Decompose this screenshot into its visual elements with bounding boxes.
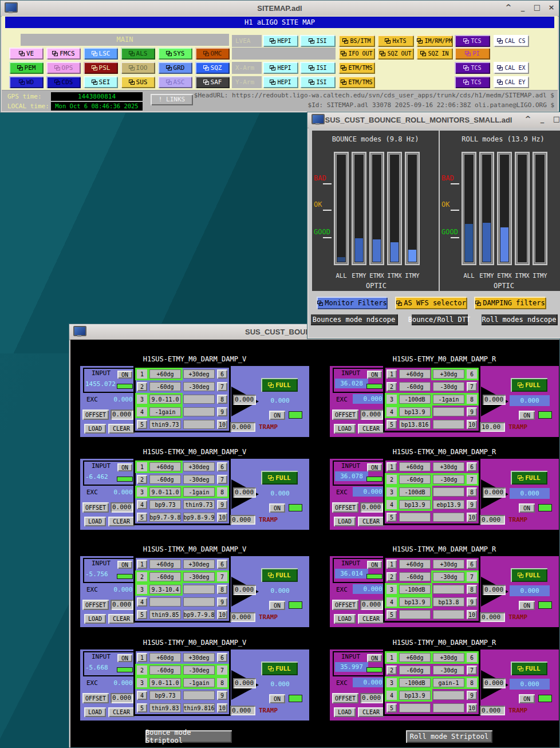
filter-cell[interactable]: -30dg	[433, 475, 464, 484]
filter-cell[interactable]: +30deg	[183, 369, 215, 379]
filter-cell[interactable]	[183, 597, 215, 607]
input-on-button[interactable]: ON	[367, 654, 382, 662]
load-button[interactable]: LOAD	[84, 424, 106, 434]
offset-field[interactable]: 0.000	[111, 600, 133, 610]
filter-cell[interactable]	[183, 585, 215, 594]
tramp-field[interactable]: 0.000	[230, 515, 255, 525]
links-button[interactable]: ! LINKS	[151, 94, 193, 105]
maximize-button[interactable]: □	[533, 3, 541, 11]
filter-cell[interactable]: +60dg	[399, 462, 431, 471]
filter-index-button[interactable]: 9	[467, 597, 477, 607]
filter-index-button[interactable]: 3	[387, 585, 397, 594]
sitemap-button-cal-cs[interactable]: CAL CS	[494, 35, 529, 47]
filter-index-button[interactable]: 10	[217, 513, 227, 522]
tramp-field[interactable]: 0.000	[230, 422, 255, 432]
filter-index-button[interactable]: 7	[467, 475, 477, 484]
full-button[interactable]: FULL	[261, 662, 298, 675]
shade-button[interactable]: ^	[524, 115, 532, 123]
input-on-button[interactable]: ON	[117, 654, 132, 662]
filter-index-button[interactable]: 1	[387, 462, 397, 471]
filter-cell[interactable]: -100dB	[399, 585, 431, 594]
filter-cell[interactable]	[433, 487, 464, 497]
tramp-field[interactable]: 0.000	[480, 706, 505, 715]
sitemap-button-tcs[interactable]: TCS	[455, 76, 490, 88]
sitemap-button-im-rm-pm[interactable]: IM/RM/PM	[416, 35, 453, 47]
filter-index-button[interactable]: 8	[217, 585, 227, 594]
filter-cell[interactable]: -30dg	[433, 382, 464, 391]
filter-cell[interactable]: -30deg	[183, 475, 215, 484]
filter-cell[interactable]	[433, 407, 464, 416]
filter-index-button[interactable]: 6	[217, 560, 227, 569]
filter-index-button[interactable]: 5	[137, 703, 147, 712]
filter-index-button[interactable]: 3	[387, 678, 397, 687]
sitemap-button-wd[interactable]: WD	[9, 76, 44, 88]
filter-cell[interactable]: -60dg	[149, 475, 181, 484]
sitemap-button-psl[interactable]: PSL	[84, 62, 118, 74]
offset-button[interactable]: OFFSET	[332, 600, 358, 610]
full-button[interactable]: FULL	[511, 471, 547, 485]
filter-cell[interactable]: +60dg	[399, 653, 431, 662]
clear-button[interactable]: CLEAR	[358, 424, 384, 434]
filter-index-button[interactable]: 9	[467, 500, 477, 509]
gain-field[interactable]: 0.000	[483, 585, 506, 595]
filter-cell[interactable]: +60dg	[399, 560, 431, 569]
sitemap-button-sus[interactable]: SUS	[121, 76, 155, 88]
shade-button[interactable]: ^	[504, 3, 512, 11]
filter-index-button[interactable]: 8	[217, 395, 227, 404]
output-on-button[interactable]: ON	[269, 694, 285, 703]
filter-cell[interactable]: thin9.73	[149, 420, 181, 429]
filter-index-button[interactable]: 1	[387, 369, 397, 379]
filter-index-button[interactable]: 1	[137, 462, 147, 471]
filter-index-button[interactable]: 9	[467, 407, 477, 416]
filter-index-button[interactable]: 5	[387, 703, 397, 712]
output-on-button[interactable]: ON	[269, 601, 285, 610]
filter-cell[interactable]: thin9.73	[183, 500, 215, 509]
filter-index-button[interactable]: 7	[217, 475, 227, 484]
load-button[interactable]: LOAD	[334, 707, 356, 717]
filter-index-button[interactable]: 1	[137, 653, 147, 662]
filter-cell[interactable]: -30deg	[183, 382, 215, 391]
offset-field[interactable]: 0.000	[111, 410, 133, 420]
sitemap-button-etm-tms[interactable]: ETM/TMS	[338, 62, 375, 74]
button-roll-modes-ndscope[interactable]: Roll modes ndscope	[480, 313, 558, 325]
clear-button[interactable]: CLEAR	[108, 517, 135, 526]
filter-index-button[interactable]: 6	[217, 462, 227, 471]
filter-index-button[interactable]: 5	[387, 513, 397, 522]
filter-cell[interactable]	[433, 420, 464, 429]
input-on-button[interactable]: ON	[367, 561, 382, 569]
filter-cell[interactable]: +30dg	[433, 560, 464, 569]
gain-field[interactable]: 0.000	[483, 487, 506, 498]
filter-index-button[interactable]: 9	[217, 691, 227, 700]
sitemap-button-fmcs[interactable]: FMCS	[46, 48, 81, 60]
filter-index-button[interactable]: 8	[467, 678, 477, 687]
filter-index-button[interactable]: 6	[467, 462, 477, 471]
tramp-field[interactable]: 0.000	[480, 612, 505, 622]
full-button[interactable]: FULL	[261, 378, 298, 392]
sitemap-button-hepi[interactable]: HEPI	[263, 35, 298, 47]
filter-index-button[interactable]: 8	[467, 395, 477, 404]
filter-index-button[interactable]: 4	[387, 407, 397, 416]
filter-index-button[interactable]: 10	[467, 513, 477, 522]
filter-index-button[interactable]: 7	[467, 572, 477, 581]
filter-index-button[interactable]: 5	[137, 420, 147, 429]
clear-button[interactable]: CLEAR	[358, 614, 384, 624]
filter-cell[interactable]: bp13.9	[399, 691, 431, 700]
filter-cell[interactable]: +60dg	[149, 653, 181, 662]
filter-index-button[interactable]: 1	[137, 369, 147, 379]
filter-cell[interactable]: +60dg	[149, 369, 181, 379]
sitemap-button-als[interactable]: ALS	[121, 48, 155, 60]
filter-cell[interactable]: bp13.9	[399, 500, 431, 509]
button-roll-mode-striptool[interactable]: Roll mode Striptool	[406, 730, 492, 743]
filter-cell[interactable]: +30dg	[433, 462, 464, 471]
filter-index-button[interactable]: 8	[467, 585, 477, 594]
output-on-button[interactable]: ON	[519, 503, 535, 513]
filter-cell[interactable]: bp13.9	[399, 597, 431, 607]
offset-field[interactable]: 0.000	[360, 600, 383, 610]
filter-cell[interactable]	[149, 597, 181, 607]
filter-index-button[interactable]: 2	[387, 382, 397, 391]
button-bounce-roll-dtt[interactable]: Bounce/Roll DTT	[411, 313, 468, 325]
tramp-field[interactable]: 0.000	[230, 612, 255, 622]
gain-field[interactable]: 0.000	[233, 395, 256, 405]
filter-index-button[interactable]: 9	[467, 691, 477, 700]
filter-index-button[interactable]: 6	[217, 653, 227, 662]
